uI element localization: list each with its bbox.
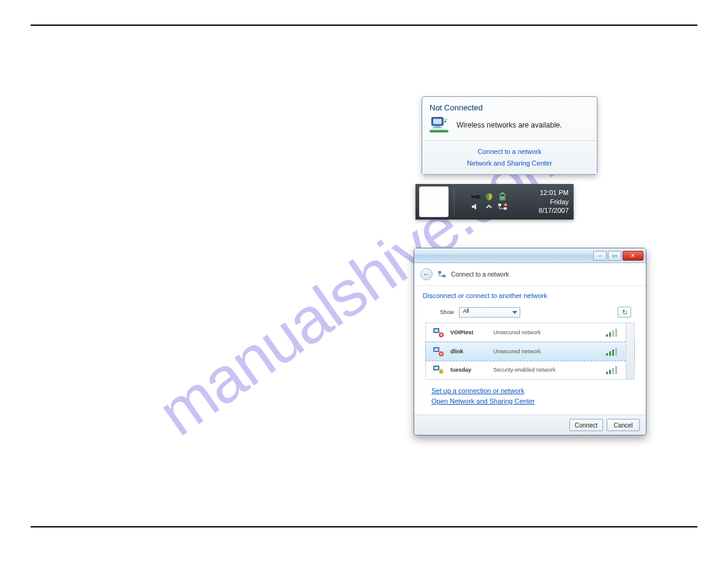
svg-rect-11 <box>501 193 504 194</box>
svg-rect-14 <box>504 207 507 210</box>
connect-to-network-link[interactable]: Connect to a network <box>478 148 542 155</box>
network-adapter-icon <box>432 364 444 375</box>
show-filter-select[interactable]: All <box>459 307 520 318</box>
network-notification-popup: Not Connected Wireless networks are avai… <box>422 96 597 175</box>
back-button[interactable]: ← <box>420 268 433 280</box>
network-item[interactable]: tuesday Security-enabled network <box>426 361 634 379</box>
network-adapter-icon <box>432 327 444 338</box>
plug-icon[interactable] <box>471 193 480 201</box>
page-top-rule <box>31 25 697 26</box>
connect-button[interactable]: Connect <box>569 419 603 431</box>
clock-day: Friday <box>539 197 569 207</box>
signal-icon <box>606 328 620 337</box>
svg-rect-7 <box>477 195 479 199</box>
network-tray-icon[interactable] <box>498 202 507 211</box>
svg-rect-9 <box>479 197 480 199</box>
network-sharing-center-link[interactable]: Network and Sharing Center <box>467 159 552 167</box>
network-computer-icon <box>430 116 450 134</box>
network-list[interactable]: VOIPtest Unsecured network dlink Unsecur… <box>425 323 635 380</box>
shield-icon[interactable] <box>484 193 494 201</box>
svg-rect-4 <box>430 130 449 132</box>
svg-rect-16 <box>438 271 441 274</box>
page-bottom-rule <box>31 526 697 527</box>
taskbar-clock[interactable]: 12:01 PM Friday 8/17/2007 <box>539 188 574 216</box>
svg-rect-2 <box>435 126 441 128</box>
svg-rect-12 <box>501 196 504 199</box>
open-network-center-link[interactable]: Open Network and Sharing Center <box>431 397 535 405</box>
network-name: tuesday <box>450 367 487 373</box>
taskbar-button[interactable] <box>419 186 449 217</box>
window-nav-title: Connect to a network <box>451 271 509 278</box>
connect-to-network-window: – ▭ ✕ ← Connect to a network Disconnect … <box>414 248 646 435</box>
signal-icon <box>606 347 620 356</box>
network-item[interactable]: VOIPtest Unsecured network <box>426 323 634 342</box>
setup-connection-link[interactable]: Set up a connection or network <box>431 387 525 394</box>
minimize-button[interactable]: – <box>593 251 607 261</box>
svg-rect-8 <box>479 196 480 197</box>
battery-icon[interactable] <box>498 193 507 201</box>
system-tray-icons <box>467 193 511 211</box>
network-item[interactable]: dlink Unsecured network <box>425 342 635 361</box>
cancel-button[interactable]: Cancel <box>607 419 640 431</box>
taskbar-tray: 12:01 PM Friday 8/17/2007 <box>415 184 574 220</box>
svg-point-5 <box>444 120 446 122</box>
network-globe-icon <box>438 270 446 278</box>
network-security: Security-enabled network <box>493 367 600 373</box>
network-adapter-icon <box>432 346 444 357</box>
signal-icon <box>606 366 620 374</box>
svg-rect-19 <box>434 329 438 332</box>
svg-rect-1 <box>433 119 442 124</box>
refresh-button[interactable]: ↻ <box>618 307 631 318</box>
speaker-icon[interactable] <box>471 202 480 211</box>
clock-time: 12:01 PM <box>539 188 569 197</box>
popup-message: Wireless networks are available. <box>457 121 562 129</box>
svg-rect-13 <box>498 204 501 206</box>
network-name: VOIPtest <box>450 329 487 335</box>
window-body-title: Disconnect or connect to another network <box>423 292 637 299</box>
taskbar-separator <box>453 188 455 215</box>
network-security: Unsecured network <box>493 329 600 335</box>
svg-rect-17 <box>442 275 446 277</box>
network-name: dlink <box>450 348 487 354</box>
svg-rect-25 <box>434 367 438 369</box>
svg-rect-6 <box>471 196 477 198</box>
svg-rect-3 <box>433 127 442 128</box>
show-label: Show <box>440 309 454 315</box>
popup-title: Not Connected <box>430 103 590 112</box>
maximize-button[interactable]: ▭ <box>608 251 621 261</box>
svg-rect-22 <box>434 348 438 351</box>
network-security: Unsecured network <box>493 348 600 354</box>
show-filter-value: All <box>463 308 469 314</box>
svg-rect-27 <box>441 369 442 371</box>
chevron-icon[interactable] <box>484 202 494 211</box>
window-nav-bar: ← Connect to a network <box>414 263 646 286</box>
clock-date: 8/17/2007 <box>539 206 569 215</box>
window-titlebar[interactable]: – ▭ ✕ <box>414 248 646 263</box>
close-button[interactable]: ✕ <box>623 251 643 261</box>
